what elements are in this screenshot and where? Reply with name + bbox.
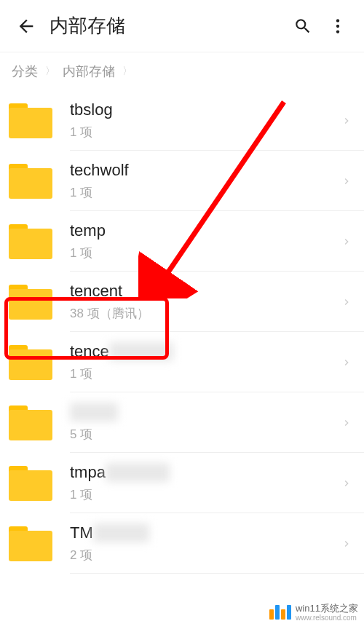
folder-row-tencent[interactable]: tencent 38 项（腾讯）: [0, 272, 364, 332]
chevron-right-icon: [341, 478, 352, 489]
folder-meta: 38 项（腾讯）: [70, 305, 341, 322]
folder-name: tencent: [70, 282, 341, 301]
folder-text: TMxxxxxxx 2 项: [70, 523, 341, 563]
folder-name: tencexxxxxxxx: [70, 342, 341, 361]
chevron-right-icon: 〉: [45, 65, 55, 78]
breadcrumb-item[interactable]: 内部存储: [63, 63, 115, 80]
folder-row[interactable]: TMxxxxxxx 2 项: [0, 513, 364, 574]
header-actions: [288, 12, 352, 41]
folder-name: TMxxxxxxx: [70, 523, 341, 542]
folder-text: tbslog 1 项: [70, 100, 341, 141]
folder-row[interactable]: tmpaxxxxxxxx 1 项: [0, 453, 364, 513]
folder-meta: 1 项: [70, 124, 341, 141]
folder-row[interactable]: xxxxxx 5 项: [0, 392, 364, 453]
folder-name: tmpaxxxxxxxx: [70, 463, 341, 482]
chevron-right-icon: [341, 417, 352, 429]
folder-meta: 5 项: [70, 426, 341, 443]
more-vert-icon: [328, 17, 347, 36]
folder-text: temp 1 项: [70, 221, 341, 261]
folder-name: techwolf: [70, 161, 341, 180]
folder-icon: [9, 285, 52, 320]
search-button[interactable]: [288, 12, 317, 41]
search-icon: [293, 17, 312, 36]
svg-point-2: [336, 30, 339, 33]
svg-point-1: [336, 24, 339, 27]
folder-name: temp: [70, 221, 341, 240]
watermark-line1: win11系统之家: [296, 604, 358, 614]
folder-icon: [9, 164, 52, 199]
folder-text: tmpaxxxxxxxx 1 项: [70, 463, 341, 503]
folder-icon: [9, 406, 52, 440]
folder-list: tbslog 1 项 techwolf 1 项 temp 1 项 tencent…: [0, 90, 364, 574]
header: 内部存储: [0, 0, 364, 52]
folder-text: techwolf 1 项: [70, 161, 341, 201]
folder-meta: 1 项: [70, 245, 341, 261]
folder-text: tencent 38 项（腾讯）: [70, 282, 341, 322]
folder-icon: [9, 345, 52, 380]
folder-name: xxxxxx: [70, 403, 341, 422]
chevron-right-icon: [341, 296, 352, 308]
svg-point-0: [336, 19, 339, 22]
more-button[interactable]: [323, 12, 352, 41]
folder-icon: [9, 526, 52, 561]
folder-row[interactable]: techwolf 1 项: [0, 151, 364, 211]
chevron-right-icon: [341, 115, 352, 127]
chevron-right-icon: [341, 357, 352, 368]
folder-row[interactable]: tencexxxxxxxx 1 项: [0, 332, 364, 392]
folder-text: xxxxxx 5 项: [70, 403, 341, 443]
watermark-logo-icon: [269, 605, 291, 620]
folder-meta: 1 项: [70, 486, 341, 503]
chevron-right-icon: [341, 538, 352, 550]
folder-name: tbslog: [70, 100, 341, 119]
page-title: 内部存储: [50, 13, 288, 39]
folder-row[interactable]: temp 1 项: [0, 211, 364, 272]
chevron-right-icon: [341, 236, 352, 248]
folder-icon: [9, 466, 52, 501]
folder-text: tencexxxxxxxx 1 项: [70, 342, 341, 382]
watermark: win11系统之家 www.relsound.com: [269, 604, 358, 622]
arrow-left-icon: [16, 16, 36, 36]
chevron-right-icon: 〉: [122, 65, 132, 78]
breadcrumb: 分类 〉 内部存储 〉: [0, 52, 364, 90]
folder-meta: 1 项: [70, 365, 341, 382]
back-button[interactable]: [12, 12, 41, 41]
folder-icon: [9, 224, 52, 259]
chevron-right-icon: [341, 175, 352, 187]
folder-meta: 1 项: [70, 184, 341, 201]
folder-icon: [9, 103, 52, 138]
breadcrumb-item[interactable]: 分类: [12, 63, 38, 80]
folder-row[interactable]: tbslog 1 项: [0, 90, 364, 151]
folder-meta: 2 项: [70, 547, 341, 563]
watermark-line2: www.relsound.com: [296, 614, 358, 622]
